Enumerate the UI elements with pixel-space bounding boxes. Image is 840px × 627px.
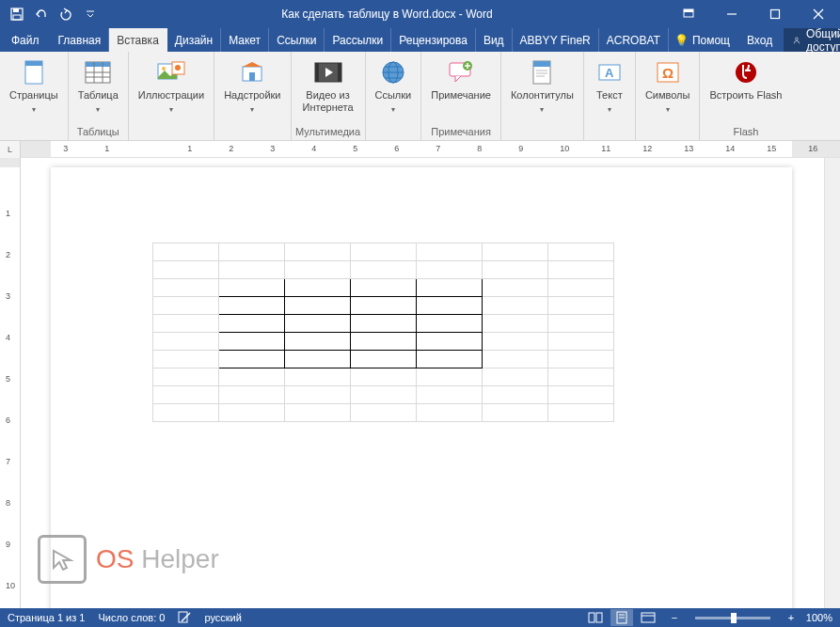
table-cell[interactable] <box>417 261 483 279</box>
table-cell[interactable] <box>351 368 417 386</box>
table-cell[interactable] <box>219 368 285 386</box>
tab-view[interactable]: Вид <box>476 28 513 52</box>
tab-layout[interactable]: Макет <box>221 28 269 52</box>
table-cell[interactable] <box>351 279 417 297</box>
table-cell[interactable] <box>153 279 219 297</box>
table-cell[interactable] <box>483 297 548 315</box>
table-cell[interactable] <box>548 351 614 368</box>
document-canvas[interactable]: OS Helper <box>21 158 840 608</box>
table-button[interactable]: Таблица▾ <box>72 54 124 125</box>
table-cell[interactable] <box>548 243 614 261</box>
table-cell[interactable] <box>483 279 548 297</box>
table-cell[interactable] <box>351 404 417 422</box>
table-cell[interactable] <box>548 279 614 297</box>
table-cell[interactable] <box>285 243 351 261</box>
vertical-ruler[interactable]: 12345678910 <box>0 158 21 608</box>
table-cell[interactable] <box>153 404 219 422</box>
table-cell[interactable] <box>483 386 548 404</box>
table-cell[interactable] <box>153 351 219 368</box>
tab-review[interactable]: Рецензирова <box>391 28 476 52</box>
sign-in-button[interactable]: Вход <box>741 28 778 52</box>
tab-file[interactable]: Файл <box>0 28 51 52</box>
table-cell[interactable] <box>153 368 219 386</box>
table-cell[interactable] <box>351 333 417 351</box>
redo-button[interactable] <box>55 3 77 25</box>
tab-acrobat[interactable]: ACROBAT <box>599 28 669 52</box>
table-cell[interactable] <box>483 261 548 279</box>
print-layout-button[interactable] <box>610 609 633 626</box>
table-cell[interactable] <box>219 315 285 333</box>
tab-design[interactable]: Дизайн <box>167 28 221 52</box>
table-cell[interactable] <box>153 315 219 333</box>
table-cell[interactable] <box>483 315 548 333</box>
flash-button[interactable]: Встроить Flash <box>704 54 787 125</box>
table-cell[interactable] <box>548 261 614 279</box>
table-cell[interactable] <box>153 386 219 404</box>
table-cell[interactable] <box>417 351 483 368</box>
table-cell[interactable] <box>351 386 417 404</box>
table-cell[interactable] <box>351 351 417 368</box>
tab-mailings[interactable]: Рассылки <box>325 28 391 52</box>
table-cell[interactable] <box>219 386 285 404</box>
table-cell[interactable] <box>285 333 351 351</box>
table-cell[interactable] <box>285 351 351 368</box>
table-cell[interactable] <box>219 333 285 351</box>
page-number-status[interactable]: Страница 1 из 1 <box>8 612 85 623</box>
table-cell[interactable] <box>219 279 285 297</box>
language-status[interactable]: русский <box>204 612 241 623</box>
table-cell[interactable] <box>417 315 483 333</box>
comment-button[interactable]: Примечание <box>425 54 497 125</box>
table-cell[interactable] <box>219 297 285 315</box>
table-cell[interactable] <box>548 333 614 351</box>
share-button[interactable]: Общий доступ <box>784 28 840 52</box>
table-cell[interactable] <box>351 297 417 315</box>
table-cell[interactable] <box>285 386 351 404</box>
table-cell[interactable] <box>483 333 548 351</box>
table-cell[interactable] <box>153 297 219 315</box>
table-cell[interactable] <box>285 368 351 386</box>
table-cell[interactable] <box>548 368 614 386</box>
table-cell[interactable] <box>285 279 351 297</box>
minimize-button[interactable] <box>710 0 753 28</box>
table-cell[interactable] <box>351 315 417 333</box>
tab-selector[interactable]: L <box>0 141 21 158</box>
zoom-in-button[interactable]: + <box>780 609 802 626</box>
table-cell[interactable] <box>417 297 483 315</box>
word-count-status[interactable]: Число слов: 0 <box>98 612 165 623</box>
table-cell[interactable] <box>285 261 351 279</box>
table-cell[interactable] <box>417 386 483 404</box>
table-cell[interactable] <box>153 243 219 261</box>
tab-abbyy[interactable]: ABBYY FineR <box>513 28 599 52</box>
document-table[interactable] <box>152 243 614 422</box>
text-button[interactable]: A Текст▾ <box>588 54 631 125</box>
zoom-out-button[interactable]: − <box>663 609 686 626</box>
table-cell[interactable] <box>548 297 614 315</box>
tab-references[interactable]: Ссылки <box>269 28 325 52</box>
tell-me-button[interactable]: 💡 Помощ <box>669 28 736 52</box>
table-cell[interactable] <box>548 404 614 422</box>
table-cell[interactable] <box>285 315 351 333</box>
table-cell[interactable] <box>219 351 285 368</box>
table-cell[interactable] <box>153 261 219 279</box>
table-cell[interactable] <box>219 261 285 279</box>
table-cell[interactable] <box>219 404 285 422</box>
illustrations-button[interactable]: Иллюстрации▾ <box>133 54 210 125</box>
headers-button[interactable]: Колонтитулы▾ <box>505 54 579 125</box>
qat-customize-button[interactable] <box>79 3 102 25</box>
table-cell[interactable] <box>285 404 351 422</box>
online-video-button[interactable]: Видео из Интернета <box>295 54 361 125</box>
read-mode-button[interactable] <box>584 609 607 626</box>
addins-button[interactable]: Надстройки▾ <box>218 54 286 125</box>
table-cell[interactable] <box>483 368 548 386</box>
table-cell[interactable] <box>417 404 483 422</box>
table-cell[interactable] <box>219 243 285 261</box>
symbols-button[interactable]: Ω Символы▾ <box>640 54 696 125</box>
tab-insert[interactable]: Вставка <box>109 28 167 52</box>
undo-button[interactable] <box>30 3 53 25</box>
proofing-icon[interactable] <box>178 610 191 625</box>
table-cell[interactable] <box>417 279 483 297</box>
ribbon-options-button[interactable] <box>667 0 710 28</box>
table-cell[interactable] <box>483 351 548 368</box>
zoom-level[interactable]: 100% <box>806 612 832 623</box>
table-cell[interactable] <box>548 315 614 333</box>
